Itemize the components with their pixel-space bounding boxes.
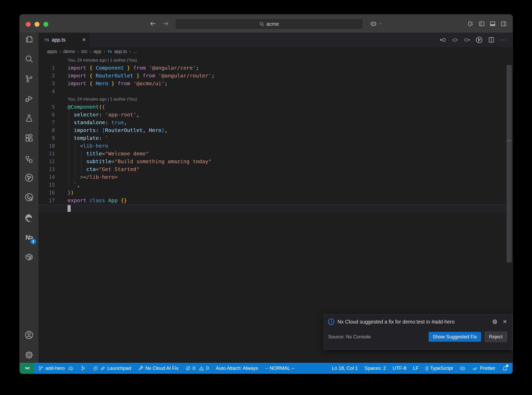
warnings-icon bbox=[199, 366, 204, 371]
problems-status[interactable]: 0 0 bbox=[185, 365, 209, 371]
nx-project-graph-icon[interactable] bbox=[475, 36, 483, 44]
remote-indicator[interactable]: >< bbox=[20, 363, 34, 374]
nx-kite-icon bbox=[93, 366, 98, 371]
publish-cloud-icon bbox=[68, 366, 74, 371]
code-line[interactable]: subtitle="Build something amazing today" bbox=[38, 157, 513, 165]
notification-close-icon[interactable]: ✕ bbox=[503, 319, 507, 325]
code-line[interactable]: cta="Get Started" bbox=[38, 165, 513, 173]
nav-current-change-icon[interactable] bbox=[451, 36, 458, 43]
search-view-icon[interactable] bbox=[24, 54, 34, 64]
indentation-status[interactable]: Spaces: 2 bbox=[364, 365, 386, 371]
containers-icon[interactable] bbox=[24, 252, 34, 262]
breadcrumb-item[interactable]: src bbox=[81, 49, 87, 54]
typescript-file-icon: TS bbox=[44, 38, 49, 42]
toggle-panel-icon[interactable] bbox=[489, 21, 496, 27]
code-line[interactable]: imports: [RouterOutlet, Hero], bbox=[38, 126, 513, 134]
code-line[interactable]: title="Welcmoe demo" bbox=[38, 150, 513, 157]
more-actions-icon[interactable]: ··· bbox=[500, 36, 508, 43]
vim-mode-status[interactable]: -- NORMAL -- bbox=[265, 365, 294, 371]
encoding-status[interactable]: UTF-8 bbox=[393, 365, 406, 371]
language-mode-status[interactable]: {} TypeScript bbox=[425, 365, 453, 371]
eol-status[interactable]: LF bbox=[413, 365, 419, 371]
copilot-menu-button[interactable] bbox=[370, 15, 382, 33]
search-query: acme bbox=[267, 21, 279, 27]
code-line[interactable]: <lib-hero bbox=[38, 142, 513, 150]
breadcrumb-item[interactable]: demo bbox=[63, 49, 75, 54]
source-control-icon[interactable] bbox=[24, 74, 34, 84]
breadcrumb-item[interactable]: apps bbox=[47, 49, 57, 54]
errors-count: 0 bbox=[192, 365, 195, 371]
toggle-primary-sidebar-icon[interactable] bbox=[478, 21, 485, 27]
code-line[interactable]: standalone: true, bbox=[38, 118, 513, 126]
testing-icon[interactable] bbox=[24, 113, 34, 123]
blame-annotation[interactable]: You, 24 minutes ago | 1 author (You) bbox=[38, 95, 513, 103]
explorer-icon[interactable] bbox=[24, 34, 34, 44]
history-forward-button[interactable] bbox=[162, 20, 169, 27]
customize-layout-icon[interactable] bbox=[468, 21, 474, 27]
link-icon bbox=[100, 366, 105, 371]
formatter-status[interactable]: Prettier bbox=[472, 365, 495, 371]
titlebar: acme bbox=[20, 15, 513, 33]
reject-button[interactable]: Reject bbox=[485, 332, 507, 342]
code-line[interactable]: ></lib-hero> bbox=[38, 173, 513, 181]
notification-settings-gear-icon[interactable] bbox=[492, 319, 498, 325]
breadcrumb-file[interactable]: app.ts bbox=[114, 49, 127, 54]
cursor-position-status[interactable]: Ln 18, Col 1 bbox=[332, 365, 358, 371]
accounts-icon[interactable] bbox=[24, 330, 34, 340]
code-line[interactable]: import { Hero } from '@acme/ui'; bbox=[38, 80, 513, 87]
notifications-bell-icon[interactable] bbox=[502, 365, 508, 371]
close-tab-icon[interactable]: ✕ bbox=[82, 37, 86, 43]
nx-cloud-fix-status[interactable]: Nx Cloud AI Fix bbox=[138, 365, 179, 371]
chevron-right-icon: › bbox=[77, 49, 79, 54]
code-line[interactable]: `, bbox=[38, 181, 513, 189]
show-suggested-fix-button[interactable]: Show Suggested Fix bbox=[429, 332, 481, 342]
nav-next-change-icon[interactable] bbox=[463, 36, 470, 43]
run-debug-icon[interactable] bbox=[24, 93, 34, 104]
editor-area: TS app.ts ✕ ··· bbox=[38, 33, 513, 363]
breadcrumb-tail[interactable]: ... bbox=[133, 49, 137, 54]
double-check-icon bbox=[472, 365, 478, 371]
code-line[interactable]: selector: 'app-root', bbox=[38, 111, 513, 118]
toggle-secondary-sidebar-icon[interactable] bbox=[500, 21, 507, 27]
wrench-icon bbox=[138, 366, 144, 371]
nx-graph-icon[interactable] bbox=[24, 173, 34, 183]
blame-annotation[interactable]: You, 24 minutes ago | 1 author (You) bbox=[38, 56, 513, 64]
search-icon bbox=[259, 22, 264, 27]
close-window-button[interactable] bbox=[26, 22, 31, 27]
breadcrumb: apps› demo› src› app› TS app.ts› ... bbox=[38, 47, 513, 56]
warnings-count: 0 bbox=[206, 365, 209, 371]
project-structure-icon[interactable] bbox=[24, 154, 34, 164]
code-line[interactable]: template: ` bbox=[38, 134, 513, 142]
auto-attach-status[interactable]: Auto Attach: Always bbox=[216, 365, 258, 371]
code-line[interactable] bbox=[38, 204, 513, 212]
git-history-icon[interactable] bbox=[24, 192, 34, 202]
info-icon: i bbox=[328, 319, 334, 325]
tab-bar: TS app.ts ✕ ··· bbox=[38, 33, 513, 47]
copilot-status[interactable] bbox=[460, 365, 466, 371]
launchpad-status[interactable]: Launchpad bbox=[93, 365, 131, 371]
command-center-search[interactable]: acme bbox=[175, 18, 363, 29]
braces-icon: {} bbox=[425, 366, 428, 371]
minimize-window-button[interactable] bbox=[35, 22, 39, 27]
extensions-icon[interactable] bbox=[24, 133, 34, 143]
nav-previous-change-icon[interactable] bbox=[440, 36, 447, 43]
breadcrumb-item[interactable]: app bbox=[94, 49, 101, 54]
ms-edge-icon[interactable] bbox=[24, 213, 34, 223]
source-control-graph-status[interactable] bbox=[81, 366, 86, 371]
zoom-window-button[interactable] bbox=[43, 22, 48, 27]
settings-gear-icon[interactable] bbox=[24, 350, 34, 360]
scrollbar-thumb[interactable] bbox=[507, 65, 512, 262]
code-line[interactable]: export class App {} bbox=[38, 196, 513, 204]
code-line[interactable]: }) bbox=[38, 189, 513, 196]
code-line[interactable]: import { RouterOutlet } from '@angular/r… bbox=[38, 72, 513, 80]
split-editor-icon[interactable] bbox=[488, 36, 495, 43]
git-branch-status[interactable]: add-hero bbox=[38, 365, 74, 371]
chevron-right-icon: › bbox=[104, 49, 105, 54]
source-control-graph-icon bbox=[81, 366, 86, 371]
code-line[interactable]: import { Component } from '@angular/core… bbox=[38, 64, 513, 72]
history-back-button[interactable] bbox=[150, 20, 156, 27]
tab-app-ts[interactable]: TS app.ts ✕ bbox=[38, 33, 90, 47]
nx-console-icon[interactable]: N> 3 bbox=[24, 232, 34, 243]
code-line[interactable]: @Component({ bbox=[38, 103, 513, 111]
code-line[interactable] bbox=[38, 87, 513, 95]
